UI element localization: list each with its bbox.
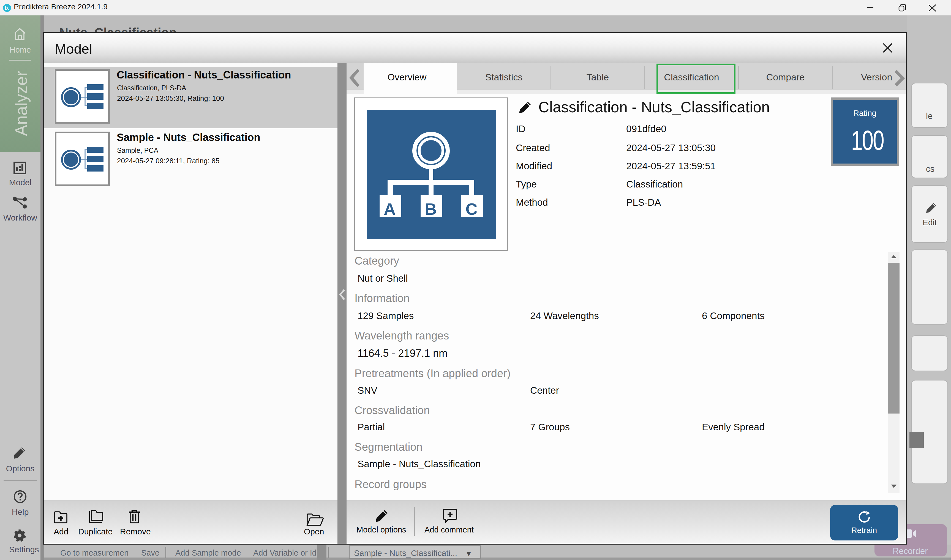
svg-text:A: A [384, 200, 395, 218]
svg-text:B: B [425, 200, 437, 218]
svg-text:C: C [465, 200, 477, 218]
